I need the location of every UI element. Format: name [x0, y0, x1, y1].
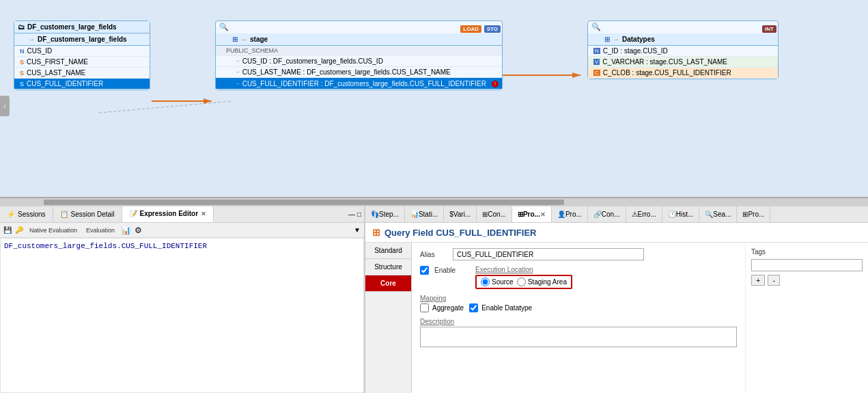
- collapse-handle[interactable]: ‹: [0, 96, 10, 116]
- stage-table-icon: ⊞: [232, 36, 238, 43]
- stage-row-1[interactable]: ~ CUS_LAST_NAME : DF_customers_large_fie…: [216, 67, 502, 78]
- datatypes-search-icon[interactable]: 🔍: [591, 23, 601, 31]
- source-row-3-text: CUS_FULL_IDENTIFIER: [27, 80, 103, 87]
- mapping-section: Mapping Aggregate Enable Datatype: [420, 295, 737, 312]
- tab-session-detail-label: Session Detail: [71, 211, 115, 218]
- props-layout: Standard Structure Core Alias: [365, 243, 868, 393]
- tab-pro2[interactable]: 👤 Pro...: [552, 206, 588, 222]
- stage-row-0[interactable]: ~ CUS_ID : DF_customers_large_fields.CUS…: [216, 56, 502, 67]
- expression-toolbar: 💾 🔑 Native Evaluation Evaluation 📊 ⚙ ▼: [0, 223, 364, 238]
- side-tab-core[interactable]: Core: [365, 275, 411, 292]
- side-tab-standard[interactable]: Standard: [365, 243, 411, 259]
- tab-erro-label: Erro...: [638, 211, 656, 218]
- description-textarea[interactable]: [420, 327, 737, 347]
- key-icon[interactable]: 🔑: [15, 226, 23, 234]
- props-form: Alias Enable Execution Location: [412, 243, 745, 393]
- enable-row: Enable: [420, 266, 462, 275]
- tab-pro3[interactable]: ⊞ Pro...: [737, 206, 770, 222]
- dt-row-2[interactable]: C C_CLOB : stage.CUS_FULL_IDENTIFIER: [588, 68, 778, 79]
- tab-sea[interactable]: 🔍 Sea...: [699, 206, 737, 222]
- save-icon[interactable]: 💾: [3, 226, 12, 234]
- source-row-0[interactable]: N CUS_ID: [14, 46, 150, 57]
- expression-text: DF_customers_large_fields.CUS_FULL_IDENT…: [4, 242, 207, 250]
- stage-row-2[interactable]: ~ CUS_FULL_IDENTIFIER : DF_customers_lar…: [216, 78, 502, 90]
- sessions-icon: ⚡: [7, 211, 15, 218]
- settings-icon[interactable]: ⚙: [135, 226, 142, 235]
- tab-hist[interactable]: 🕐 Hist...: [662, 206, 700, 222]
- expression-editor-content[interactable]: DF_customers_large_fields.CUS_FULL_IDENT…: [0, 238, 364, 393]
- type-icon-s: S: [20, 59, 24, 66]
- stage-node-header: ⊞ → stage: [216, 33, 502, 46]
- minimize-button[interactable]: —: [348, 211, 355, 218]
- dt-row-1[interactable]: V C_VARCHAR : stage.CUS_LAST_NAME: [588, 57, 778, 68]
- source-row-2-text: CUS_LAST_NAME: [27, 69, 85, 77]
- bottom-panel: ⚡ Sessions 📋 Session Detail 📝 Expression…: [0, 206, 868, 393]
- side-tab-structure[interactable]: Structure: [365, 259, 411, 275]
- canvas-scrollbar-thumb[interactable]: [44, 200, 565, 205]
- alias-label: Alias: [420, 251, 447, 258]
- tags-input[interactable]: [751, 259, 863, 271]
- close-pro1[interactable]: ✕: [540, 211, 546, 218]
- stage-row-0-icon: ~: [236, 58, 240, 64]
- stage-search-icon[interactable]: 🔍: [219, 23, 229, 31]
- stage-row-2-icon: ~: [236, 81, 240, 87]
- stage-row-2-warning: !: [492, 79, 499, 87]
- expression-editor-panel: ⚡ Sessions 📋 Session Detail 📝 Expression…: [0, 206, 365, 393]
- eval-label: Evaluation: [83, 226, 117, 234]
- dt-type-c: C: [593, 70, 600, 76]
- canvas-scrollbar[interactable]: [0, 198, 868, 206]
- side-tabs: Standard Structure Core: [365, 243, 412, 393]
- aggregate-checkbox[interactable]: [420, 303, 429, 312]
- dt-row-1-text: C_VARCHAR : stage.CUS_LAST_NAME: [602, 58, 727, 66]
- right-tab-bar: 👣 Step... 📊 Stati... $ Vari... ⊞ Con... …: [365, 206, 868, 223]
- tab-con2[interactable]: 🔗 Con...: [588, 206, 626, 222]
- aggregate-checkbox-row: Aggregate: [420, 303, 464, 312]
- alias-row: Alias: [420, 248, 737, 260]
- tab-expression-editor[interactable]: 📝 Expression Editor ✕: [122, 206, 214, 222]
- dt-row-2-text: C_CLOB : stage.CUS_FULL_IDENTIFIER: [603, 69, 731, 77]
- add-tag-button[interactable]: +: [751, 275, 765, 286]
- source-node-subtitle: → DF_customers_large_fields: [14, 33, 150, 46]
- tab-stati[interactable]: 📊 Stati...: [405, 206, 444, 222]
- source-node: 🗂 DF_customers_large_fields → DF_custome…: [14, 21, 150, 90]
- pro3-icon: ⊞: [742, 211, 748, 218]
- tab-erro[interactable]: ⚠ Erro...: [626, 206, 662, 222]
- tags-section: Tags + -: [745, 243, 868, 393]
- source-row-1-text: CUS_FIRST_NAME: [27, 58, 88, 66]
- type-icon-s2: S: [20, 70, 24, 77]
- dt-row-0-text: C_ID : stage.CUS_ID: [603, 47, 668, 55]
- dt-type-n: N: [593, 48, 600, 54]
- tab-vari[interactable]: $ Vari...: [444, 206, 477, 222]
- source-row-1[interactable]: S CUS_FIRST_NAME: [14, 57, 150, 68]
- sto-label: STO: [484, 25, 501, 33]
- remove-tag-button[interactable]: -: [768, 275, 780, 286]
- staging-radio[interactable]: [517, 277, 526, 286]
- enable-checkbox[interactable]: [420, 266, 429, 275]
- source-radio-option[interactable]: Source: [481, 277, 514, 286]
- tab-expression-editor-label: Expression Editor: [140, 210, 199, 217]
- source-radio[interactable]: [481, 277, 490, 286]
- dropdown-icon[interactable]: ▼: [354, 226, 361, 234]
- chart-icon[interactable]: 📊: [121, 226, 131, 235]
- stage-row-0-text: CUS_ID : DF_customers_large_fields.CUS_I…: [242, 57, 383, 65]
- tab-sessions[interactable]: ⚡ Sessions: [0, 206, 53, 222]
- tab-session-detail[interactable]: 📋 Session Detail: [53, 206, 122, 222]
- source-row-3[interactable]: S CUS_FULL_IDENTIFIER: [14, 79, 150, 90]
- maximize-button[interactable]: □: [357, 211, 361, 218]
- staging-radio-option[interactable]: Staging Area: [517, 277, 567, 286]
- source-row-2[interactable]: S CUS_LAST_NAME: [14, 68, 150, 79]
- stage-row-1-icon: ~: [236, 69, 240, 75]
- tab-con1[interactable]: ⊞ Con...: [477, 206, 512, 222]
- datatypes-name: Datatypes: [622, 36, 655, 43]
- tab-step[interactable]: 👣 Step...: [365, 206, 405, 222]
- enable-datatype-checkbox[interactable]: [469, 303, 478, 312]
- tab-pro1[interactable]: ⊞ Pro... ✕: [512, 206, 552, 222]
- close-expression-editor[interactable]: ✕: [201, 211, 206, 217]
- session-detail-icon: 📋: [60, 211, 68, 218]
- alias-input[interactable]: [453, 248, 644, 260]
- dt-row-0[interactable]: N C_ID : stage.CUS_ID: [588, 46, 778, 57]
- canvas-area: 🗂 DF_customers_large_fields → DF_custome…: [0, 0, 868, 198]
- source-row-0-text: CUS_ID: [27, 47, 53, 55]
- load-badge: LOAD: [460, 25, 481, 32]
- exec-location-radio-group: Source Staging Area: [475, 275, 572, 289]
